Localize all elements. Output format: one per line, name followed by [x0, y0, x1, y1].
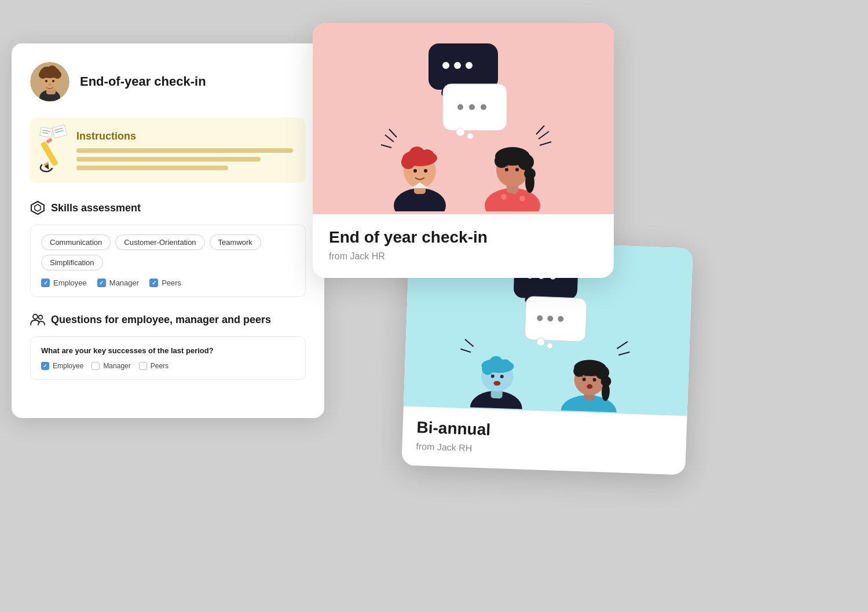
svg-point-35	[424, 169, 427, 173]
question-text: What are your key successes of the last …	[41, 346, 295, 355]
svg-point-101	[547, 342, 553, 348]
question-roles: Employee Manager Peers	[41, 362, 295, 370]
svg-point-59	[467, 133, 473, 139]
employee-label: Employee	[53, 278, 87, 287]
employee-checkbox[interactable]	[41, 278, 50, 287]
skills-section: Skills assessment Communication Customer…	[30, 200, 306, 297]
svg-point-62	[481, 104, 486, 110]
instructions-icon	[36, 123, 74, 170]
avatar	[30, 62, 69, 101]
q-peers-label: Peers	[151, 362, 169, 370]
svg-point-33	[420, 149, 434, 163]
svg-line-50	[507, 164, 507, 167]
people-icon	[30, 312, 45, 327]
checkin-form-card: End-of-year check-in	[12, 43, 324, 418]
role-manager[interactable]: Manager	[97, 278, 139, 287]
q-manager-checkbox[interactable]	[91, 362, 100, 370]
svg-point-46	[525, 172, 534, 193]
skill-tag-teamwork: Teamwork	[210, 234, 261, 250]
q-peers-checkbox[interactable]	[139, 362, 147, 370]
eoy-card-title: End of year check-in	[329, 228, 598, 247]
skills-icon	[30, 200, 45, 215]
instructions-line-3	[76, 166, 228, 170]
svg-point-55	[454, 62, 461, 69]
skills-header: Skills assessment	[30, 200, 306, 215]
q-employee-checkbox[interactable]	[41, 362, 49, 370]
checkin-header: End-of-year check-in	[30, 62, 306, 101]
eoy-card-body: End of year check-in from Jack HR	[313, 214, 614, 278]
svg-point-45	[495, 154, 508, 168]
checkin-title: End-of-year check-in	[80, 74, 206, 89]
instructions-title: Instructions	[76, 130, 293, 142]
peers-label: Peers	[162, 278, 181, 287]
q-role-peers[interactable]: Peers	[139, 362, 169, 370]
svg-line-91	[585, 374, 585, 376]
skills-card: Communication Customer-Orientation Teamw…	[30, 225, 306, 297]
svg-point-54	[442, 62, 449, 69]
q-role-employee[interactable]: Employee	[41, 362, 83, 370]
eoy-card[interactable]: End of year check-in from Jack HR	[313, 23, 614, 278]
q-manager-label: Manager	[103, 362, 130, 370]
skills-tags: Communication Customer-Orientation Teamw…	[41, 234, 295, 270]
svg-marker-22	[31, 201, 44, 214]
role-peers[interactable]: Peers	[149, 278, 181, 287]
svg-point-47	[505, 168, 508, 171]
svg-rect-99	[525, 296, 587, 342]
q-role-manager[interactable]: Manager	[91, 362, 130, 370]
manager-label: Manager	[109, 278, 139, 287]
skill-tag-simplification: Simplification	[41, 255, 103, 270]
peers-checkbox[interactable]	[149, 278, 158, 287]
skill-tag-customer: Customer-Orientation	[115, 234, 204, 250]
svg-point-8	[53, 71, 61, 79]
svg-point-56	[466, 62, 473, 69]
eoy-card-subtitle: from Jack HR	[329, 251, 598, 262]
questions-section: Questions for employee, manager and peer…	[30, 312, 306, 380]
svg-point-11	[48, 83, 52, 86]
skills-roles: Employee Manager Peers	[41, 278, 295, 287]
svg-point-48	[515, 168, 519, 171]
eoy-card-image	[313, 23, 614, 214]
skills-title: Skills assessment	[51, 202, 141, 214]
svg-point-58	[456, 128, 464, 136]
role-employee[interactable]: Employee	[41, 278, 87, 287]
svg-rect-15	[40, 127, 53, 137]
svg-rect-18	[41, 141, 58, 166]
svg-marker-23	[35, 204, 41, 211]
manager-checkbox[interactable]	[97, 278, 106, 287]
instructions-line-1	[76, 148, 293, 153]
svg-rect-20	[46, 138, 53, 144]
svg-point-37	[501, 194, 507, 200]
biannual-card-title: Bi-annual	[416, 418, 673, 445]
svg-point-34	[413, 169, 417, 173]
instructions-box: Instructions	[30, 118, 306, 183]
svg-point-61	[469, 104, 475, 110]
svg-point-25	[39, 316, 43, 320]
instructions-line-2	[76, 157, 261, 162]
questions-title: Questions for employee, manager and peer…	[51, 314, 271, 326]
svg-rect-51	[428, 43, 498, 90]
question-card: What are your key successes of the last …	[30, 336, 306, 380]
svg-point-100	[537, 338, 545, 346]
svg-point-43	[518, 154, 534, 170]
skill-tag-communication: Communication	[41, 234, 111, 250]
svg-point-24	[33, 314, 38, 319]
q-employee-label: Employee	[53, 362, 83, 370]
questions-header: Questions for employee, manager and peer…	[30, 312, 306, 327]
svg-point-39	[519, 196, 525, 201]
svg-point-9	[45, 80, 47, 82]
biannual-card-body: Bi-annual from Jack RH	[401, 406, 687, 475]
svg-point-10	[52, 80, 54, 82]
svg-point-60	[457, 104, 463, 110]
